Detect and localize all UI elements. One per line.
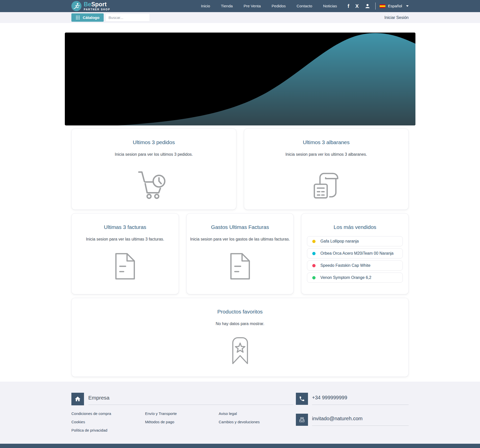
cards-row-1: Ultimos 3 pedidos Inicia sesion para ver… <box>68 127 412 212</box>
brand-subtitle: PARTNER SHOP <box>84 8 110 11</box>
footer-link-cambios-y-devoluciones[interactable]: Cambios y devoluciones <box>219 420 292 425</box>
footer-link-column-1: Condiciones de compraCookiesPolítica de … <box>71 411 145 436</box>
card-title: Ultimos 3 albaranes <box>244 139 409 145</box>
nav-links: InicioTiendaPre VentaPedidosContactoNoti… <box>201 4 337 8</box>
best-seller-label: Speedo Fastskin Cap White <box>320 263 370 268</box>
best-seller-label: Orbea Orca Acero M20iTeam 00 Naranja <box>320 251 393 256</box>
invoice-document-icon <box>72 252 179 281</box>
catalog-button-label: Cátalogo <box>83 15 99 20</box>
language-label: Español <box>388 4 402 8</box>
hero-banner <box>65 33 415 125</box>
footer-email-wrap: invitado@natureh.com <box>312 414 409 426</box>
footer-link-column-3: Aviso legalCambios y devoluciones <box>219 411 292 436</box>
footer-phone-row: +34 999999999 <box>296 393 409 405</box>
footer-link-aviso-legal[interactable]: Aviso legal <box>219 411 292 416</box>
cart-clock-icon <box>72 170 236 200</box>
cards-row-2: Ultimas 3 facturas Inicia sesion para ve… <box>68 212 412 296</box>
card-gastos-facturas: Gastos Ultimas Facturas Inicia sesion pa… <box>186 213 294 294</box>
brand-name-secondary: Sport <box>91 1 107 8</box>
footer-link-politica-de-privacidad[interactable]: Política de privacidad <box>71 428 145 433</box>
best-seller-label: Venon Symptom Orange 6,2 <box>320 275 371 280</box>
footer-link-column-2: Envío y TransporteMétodos de pago <box>145 411 219 436</box>
spain-flag-icon <box>380 4 385 8</box>
sub-header: Cátalogo Iniciar Sesión <box>0 12 480 23</box>
runner-icon <box>71 1 81 11</box>
language-selector[interactable]: Español <box>380 4 409 8</box>
card-body: Inicia sesion para ver los ultimos 3 ped… <box>72 152 236 157</box>
brand-name: BeSport <box>84 2 110 7</box>
phone-icon <box>296 393 308 405</box>
nav-link-inicio[interactable]: Inicio <box>201 4 210 8</box>
card-ultimos-pedidos: Ultimos 3 pedidos Inicia sesion para ver… <box>71 128 236 210</box>
mail-icon <box>296 414 308 426</box>
cards-row-3: Productos favoritos No hay datos para mo… <box>68 296 412 379</box>
best-seller-label: Gafa Lollipop naranja <box>320 239 359 244</box>
footer-link-envio-y-transporte[interactable]: Envío y Transporte <box>145 411 219 416</box>
expenses-document-icon <box>187 252 294 281</box>
color-dot-icon <box>312 240 316 243</box>
footer-email[interactable]: invitado@natureh.com <box>312 416 362 421</box>
footer-company-title-wrap: Empresa <box>88 393 293 405</box>
top-navbar: BeSport PARTNER SHOP InicioTiendaPre Ven… <box>0 0 480 12</box>
footer-link-condiciones-de-compra[interactable]: Condiciones de compra <box>71 411 145 416</box>
card-ultimas-facturas: Ultimas 3 facturas Inicia sesion para ve… <box>71 213 179 294</box>
dashboard-cards: Ultimos 3 pedidos Inicia sesion para ver… <box>68 127 412 379</box>
footer-link-metodos-de-pago[interactable]: Métodos de pago <box>145 420 219 425</box>
card-los-mas-vendidos: Los más vendidos Gafa Lollipop naranjaOr… <box>301 213 409 294</box>
footer-phone-wrap: +34 999999999 <box>312 393 409 405</box>
footer-contact-block: +34 999999999 invitado@natureh.com <box>296 393 409 436</box>
nav-link-pedidos[interactable]: Pedidos <box>272 4 286 8</box>
footer: Empresa Condiciones de compraCookiesPolí… <box>0 382 480 444</box>
chevron-down-icon <box>406 5 409 7</box>
catalog-button[interactable]: Cátalogo <box>71 13 104 22</box>
card-title: Ultimas 3 facturas <box>72 224 179 230</box>
hero-wave-graphic <box>65 33 415 125</box>
card-body: Inicia sesion para ver los ultimos 3 alb… <box>244 152 409 157</box>
bottom-bar: © by Natureh Ideas <box>0 444 480 448</box>
card-title: Ultimos 3 pedidos <box>72 139 236 145</box>
brand-logo[interactable]: BeSport PARTNER SHOP <box>71 1 110 11</box>
home-icon <box>71 393 84 405</box>
nav-link-contacto[interactable]: Contacto <box>297 4 312 8</box>
nav-link-noticias[interactable]: Noticias <box>323 4 337 8</box>
search-input[interactable] <box>105 14 150 21</box>
facebook-icon[interactable]: f <box>348 4 349 9</box>
delivery-note-icon <box>244 170 409 200</box>
nav-link-pre-venta[interactable]: Pre Venta <box>244 4 261 8</box>
best-seller-item-gafa-lollipop-naranja[interactable]: Gafa Lollipop naranja <box>307 236 403 246</box>
card-body: Inicia sesion para ver las ultimas 3 fac… <box>72 237 179 242</box>
footer-email-row: invitado@natureh.com <box>296 414 409 426</box>
color-dot-icon <box>312 252 316 255</box>
footer-links: Condiciones de compraCookiesPolítica de … <box>71 411 293 436</box>
x-twitter-icon[interactable]: X <box>355 4 359 9</box>
footer-company-title: Empresa <box>88 395 109 401</box>
card-title: Gastos Ultimas Facturas <box>187 224 294 230</box>
best-seller-item-venon-symptom-orange-6-2[interactable]: Venon Symptom Orange 6,2 <box>307 273 403 283</box>
best-sellers-list: Gafa Lollipop naranjaOrbea Orca Acero M2… <box>307 236 403 283</box>
brand-text: BeSport PARTNER SHOP <box>84 2 110 11</box>
brand-name-primary: Be <box>84 1 91 8</box>
card-body: No hay datos para mostrar. <box>72 322 408 326</box>
footer-phone[interactable]: +34 999999999 <box>312 395 347 400</box>
card-productos-favoritos: Productos favoritos No hay datos para mo… <box>71 298 409 377</box>
card-ultimos-albaranes: Ultimos 3 albaranes Inicia sesion para v… <box>244 128 409 210</box>
card-title: Los más vendidos <box>301 224 408 230</box>
nav-divider <box>375 3 376 10</box>
user-account-icon[interactable] <box>365 3 370 9</box>
grid-icon <box>76 15 80 20</box>
nav-social-icons: f X <box>348 3 370 9</box>
color-dot-icon <box>312 276 316 279</box>
best-seller-item-speedo-fastskin-cap-white[interactable]: Speedo Fastskin Cap White <box>307 260 403 271</box>
footer-company-block: Empresa Condiciones de compraCookiesPolí… <box>71 393 293 436</box>
footer-link-cookies[interactable]: Cookies <box>71 420 145 425</box>
card-title: Productos favoritos <box>72 309 408 315</box>
card-body: Inicia sesion para ver los gastos de las… <box>187 237 294 242</box>
nav-link-tienda[interactable]: Tienda <box>221 4 233 8</box>
bookmark-star-icon <box>72 336 408 365</box>
color-dot-icon <box>312 264 316 267</box>
login-link[interactable]: Iniciar Sesión <box>384 15 409 20</box>
best-seller-item-orbea-orca-acero-m20iteam-00-naranja[interactable]: Orbea Orca Acero M20iTeam 00 Naranja <box>307 248 403 258</box>
